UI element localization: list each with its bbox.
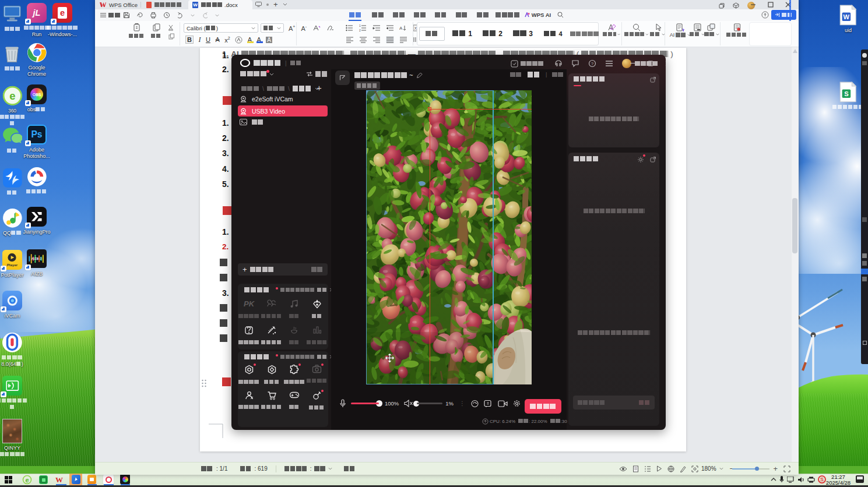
svg-text:e: e [9,90,15,102]
svg-text:W: W [844,13,850,20]
svg-text:2: 2 [359,29,361,31]
svg-text:e: e [25,477,29,484]
svg-text:?: ? [591,61,594,66]
svg-text:S: S [844,90,849,97]
svg-text:AIZB-3: AIZB-3 [31,257,41,260]
svg-text:A: A [399,26,403,31]
svg-text:1: 1 [359,24,361,27]
svg-text:PK: PK [244,299,255,308]
